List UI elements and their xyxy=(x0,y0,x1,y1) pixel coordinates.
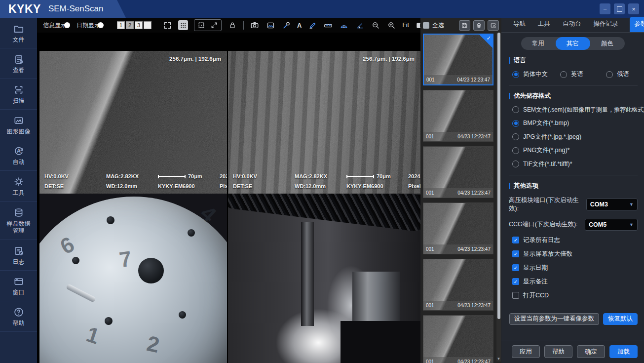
help-button[interactable]: 帮助 xyxy=(544,345,572,358)
radio-english[interactable]: 英语 xyxy=(560,70,606,79)
chamber-camera-image[interactable] xyxy=(228,194,420,363)
sub-tab-common[interactable]: 常用 xyxy=(521,37,556,50)
radio-png-format[interactable]: PNG文件(*.png)* xyxy=(512,146,644,155)
section-title: 其他选项 xyxy=(514,182,538,190)
save-icon[interactable] xyxy=(459,20,470,31)
sidebar-item-tools[interactable]: 工具 xyxy=(0,171,37,202)
angle-icon[interactable] xyxy=(355,20,365,30)
minimize-icon[interactable]: − xyxy=(600,3,610,14)
sidebar-item-window[interactable]: 窗口 xyxy=(0,271,37,301)
checkbox-show-note[interactable]: ✓ 显示备注 xyxy=(512,278,644,286)
section-accent-bar xyxy=(509,57,510,64)
sidebar-item-file[interactable]: 文件 xyxy=(0,18,37,48)
thumbnail-item[interactable]: 001 04/23 12:23:47 xyxy=(423,202,493,254)
sidebar-item-help[interactable]: 帮助 xyxy=(0,301,37,332)
sidebar-item-view[interactable]: 查看 xyxy=(0,48,37,79)
ruler-icon[interactable] xyxy=(323,20,333,30)
thumbnail-item[interactable]: 001 04/23 12:23:47 xyxy=(423,259,493,311)
tab-auto-stage[interactable]: 自动台 xyxy=(562,20,582,32)
ok-button[interactable]: 确定 xyxy=(577,345,605,358)
thumbnail-item[interactable]: ✓ 001 04/23 12:23:47 xyxy=(423,34,493,85)
tools-wrench-icon[interactable] xyxy=(281,20,291,30)
det-value: DET:SE xyxy=(44,183,106,189)
fit-button[interactable]: Fit xyxy=(402,22,409,29)
save-image-icon[interactable] xyxy=(265,20,275,30)
checkbox-show-date[interactable]: ✓ 显示日期 xyxy=(512,264,644,272)
checkbox-show-screen-mag[interactable]: ✓ 显示屏幕放大倍数 xyxy=(512,250,644,258)
det-value: DET:SE xyxy=(233,183,295,189)
fullscreen-icon[interactable] xyxy=(162,20,172,30)
sub-tab-other[interactable]: 其它 xyxy=(556,37,590,50)
radio-tif-format[interactable]: TIF文件(*.tif.*tifff)* xyxy=(512,160,644,168)
hv-port-select[interactable]: COM3 ▼ xyxy=(586,199,638,210)
scrollbar-down-arrow[interactable]: ▼ xyxy=(496,357,501,361)
radio-sem-format[interactable]: SEM文件(.sem)(如图像用于测量，推荐此格式) xyxy=(512,106,644,114)
toolbar-separator xyxy=(243,21,244,30)
load-button[interactable]: 加载 xyxy=(609,345,638,358)
export-icon[interactable] xyxy=(488,20,499,31)
scrollbar-thumb[interactable] xyxy=(497,33,500,319)
sidebar-item-label: 工具 xyxy=(13,189,25,196)
tab-navigation[interactable]: 导航 xyxy=(512,20,527,32)
language-options: 简体中文 英语 俄语 xyxy=(512,70,636,79)
ccg-port-select[interactable]: COM5 ▼ xyxy=(585,219,638,231)
protractor-icon[interactable] xyxy=(339,20,349,30)
checkbox-icon: ✓ xyxy=(512,250,519,257)
zoom-in-icon[interactable] xyxy=(386,20,396,30)
tab-operation-log[interactable]: 操作记录 xyxy=(593,20,619,32)
hv-value: HV:0.0KV xyxy=(44,173,106,179)
sem-info-overlay: HV:0.0KV MAG:2.82KX 70μm 2024.07.23 14:4… xyxy=(233,171,418,191)
sidebar-item-log[interactable]: 日志 xyxy=(0,240,37,271)
lock-icon[interactable] xyxy=(227,20,237,30)
settings-sub-tabs: 常用 其它 颜色 xyxy=(521,37,625,50)
view-icon xyxy=(13,54,24,65)
selection-box-icon[interactable] xyxy=(196,20,206,30)
tab-parameter-settings[interactable]: 参数设置 xyxy=(630,17,644,32)
text-annotation-icon[interactable]: A xyxy=(297,22,302,29)
set-current-preset-button[interactable]: 设置当前参数为一键看像参数 xyxy=(509,313,600,325)
sidebar-item-graphics[interactable]: 图形图像 xyxy=(0,110,37,140)
radio-jpg-format[interactable]: JPG文件(*.jpg.*.jpeg) xyxy=(512,133,644,141)
radio-bmp-format[interactable]: BMP文件(*.bmp) xyxy=(512,119,644,127)
sidebar-item-sample-data[interactable]: 样品数据管理 xyxy=(0,202,37,240)
sidebar-item-scan[interactable]: 扫描 xyxy=(0,79,37,110)
thumbnail-scrollbar[interactable]: ▼ xyxy=(496,33,501,362)
apply-button[interactable]: 应用 xyxy=(512,345,540,358)
tab-tools[interactable]: 工具 xyxy=(537,20,551,32)
delete-icon[interactable] xyxy=(473,20,485,31)
view-3-button[interactable]: 3 xyxy=(135,21,143,29)
sem-image-left[interactable]: 256.7μm. | 192.6μm HV:0.0KV MAG:2.82KX 7… xyxy=(39,51,227,194)
zoom-out-icon[interactable] xyxy=(371,20,380,30)
thumbnail-item[interactable]: 001 04/23 12:23:47 xyxy=(423,146,493,198)
restore-default-button[interactable]: 恢复默认 xyxy=(603,313,638,325)
radio-simplified-chinese[interactable]: 简体中文 xyxy=(512,70,560,79)
checkbox-log-all[interactable]: ✓ 记录所有日志 xyxy=(512,236,644,244)
draw-pen-icon[interactable] xyxy=(307,20,317,30)
radio-russian[interactable]: 俄语 xyxy=(606,70,629,79)
scale-bar: 70μm xyxy=(346,173,408,179)
chevron-down-icon: ▼ xyxy=(629,222,634,227)
maximize-view-icon[interactable] xyxy=(209,20,219,30)
sidebar-item-label: 窗口 xyxy=(13,289,25,296)
thumbnail-item[interactable]: 001 04/23 12:23:47 xyxy=(423,315,493,363)
view-1-button[interactable]: 1 xyxy=(117,21,125,29)
camera-icon[interactable] xyxy=(250,20,260,30)
view-4-button[interactable] xyxy=(144,21,152,29)
close-icon[interactable]: × xyxy=(628,3,639,14)
stage-camera-image[interactable]: 4 6 7 1 2 xyxy=(39,194,227,363)
thumbnail-item[interactable]: 001 04/23 12:23:47 xyxy=(423,90,493,142)
sidebar-item-auto[interactable]: A 自动 xyxy=(0,140,37,171)
sub-tab-color[interactable]: 颜色 xyxy=(590,37,625,50)
date-display-label: 日期显示 xyxy=(76,21,100,30)
scan-icon xyxy=(13,84,24,95)
view-2-button[interactable]: 2 xyxy=(126,21,134,29)
language-section-header: 语言 xyxy=(509,56,644,65)
sem-image-right[interactable]: 256.7μm. | 192.6μm HV:0.0KV MAG:2.82KX 7… xyxy=(228,51,420,194)
section-title: 优先储存格式 xyxy=(514,92,551,100)
select-all-checkbox[interactable] xyxy=(423,22,429,29)
checkbox-open-ccd[interactable]: 打开CCD xyxy=(512,291,644,300)
grid-icon[interactable] xyxy=(178,20,188,30)
settings-panel: 导航 工具 自动台 操作记录 参数设置 常用 其它 颜色 语言 简体中文 英语 xyxy=(501,18,644,363)
maximize-icon[interactable] xyxy=(614,3,625,14)
thumbnail-label: 001 04/23 12:23:47 xyxy=(423,188,493,198)
